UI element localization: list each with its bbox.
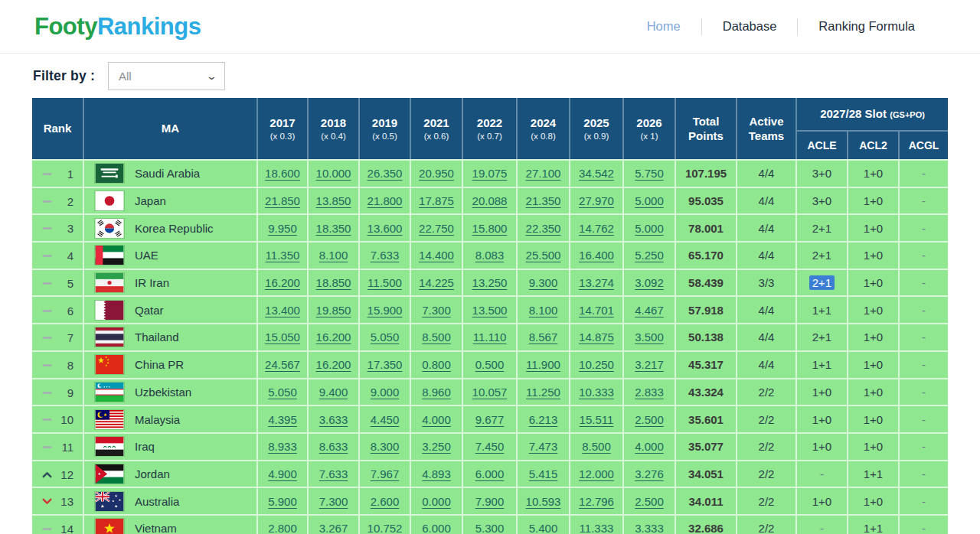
points-link[interactable]: 14.225 bbox=[419, 276, 454, 289]
points-link[interactable]: 19.850 bbox=[316, 304, 351, 317]
points-link[interactable]: 7.300 bbox=[422, 304, 451, 317]
points-link[interactable]: 7.633 bbox=[371, 249, 400, 262]
points-link[interactable]: 3.267 bbox=[319, 522, 348, 534]
points-link[interactable]: 17.350 bbox=[368, 358, 403, 371]
points-link[interactable]: 27.970 bbox=[579, 194, 614, 207]
points-link[interactable]: 5.050 bbox=[268, 386, 297, 399]
points-link[interactable]: 34.542 bbox=[579, 167, 614, 180]
points-link[interactable]: 5.300 bbox=[475, 522, 505, 534]
points-link[interactable]: 3.276 bbox=[635, 467, 664, 480]
points-link[interactable]: 3.217 bbox=[635, 358, 664, 371]
points-link[interactable]: 4.000 bbox=[422, 413, 451, 426]
points-link[interactable]: 25.500 bbox=[526, 249, 561, 262]
points-link[interactable]: 15.800 bbox=[472, 222, 508, 235]
points-link[interactable]: 10.593 bbox=[526, 495, 561, 508]
points-link[interactable]: 3.633 bbox=[319, 413, 348, 426]
points-link[interactable]: 8.500 bbox=[422, 330, 451, 344]
points-link[interactable]: 14.701 bbox=[579, 304, 614, 317]
points-link[interactable]: 18.600 bbox=[265, 167, 300, 180]
points-link[interactable]: 8.100 bbox=[319, 249, 348, 262]
points-link[interactable]: 8.500 bbox=[582, 440, 611, 453]
points-link[interactable]: 11.250 bbox=[526, 386, 560, 399]
points-link[interactable]: 16.200 bbox=[265, 276, 300, 289]
points-link[interactable]: 3.092 bbox=[635, 276, 664, 289]
points-link[interactable]: 19.075 bbox=[472, 167, 508, 180]
points-link[interactable]: 4.000 bbox=[635, 440, 664, 453]
points-link[interactable]: 8.960 bbox=[422, 386, 451, 399]
points-link[interactable]: 24.567 bbox=[265, 358, 300, 371]
filter-select[interactable]: All ⌄ bbox=[108, 62, 225, 90]
points-link[interactable]: 13.600 bbox=[368, 222, 403, 235]
points-link[interactable]: 7.300 bbox=[319, 495, 348, 508]
points-link[interactable]: 2.500 bbox=[635, 413, 664, 426]
points-link[interactable]: 6.000 bbox=[475, 467, 505, 480]
points-link[interactable]: 7.450 bbox=[475, 440, 505, 453]
nav-database[interactable]: Database bbox=[702, 19, 798, 34]
points-link[interactable]: 11.110 bbox=[473, 330, 507, 344]
points-link[interactable]: 5.050 bbox=[371, 330, 400, 344]
points-link[interactable]: 12.000 bbox=[579, 467, 614, 480]
points-link[interactable]: 4.467 bbox=[635, 304, 664, 317]
points-link[interactable]: 7.967 bbox=[371, 467, 400, 480]
points-link[interactable]: 2.833 bbox=[635, 386, 664, 399]
points-link[interactable]: 20.950 bbox=[419, 167, 454, 180]
points-link[interactable]: 8.100 bbox=[529, 304, 558, 317]
points-link[interactable]: 26.350 bbox=[368, 167, 403, 180]
points-link[interactable]: 18.850 bbox=[316, 276, 351, 289]
points-link[interactable]: 5.000 bbox=[635, 222, 664, 235]
points-link[interactable]: 16.200 bbox=[316, 330, 351, 344]
points-link[interactable]: 11.500 bbox=[368, 276, 402, 289]
points-link[interactable]: 6.213 bbox=[529, 413, 558, 426]
points-link[interactable]: 10.057 bbox=[472, 386, 508, 399]
points-link[interactable]: 20.088 bbox=[472, 194, 508, 207]
points-link[interactable]: 4.900 bbox=[268, 467, 297, 480]
nav-home[interactable]: Home bbox=[626, 19, 701, 34]
points-link[interactable]: 11.900 bbox=[526, 358, 560, 371]
points-link[interactable]: 21.800 bbox=[368, 194, 403, 207]
points-link[interactable]: 9.000 bbox=[371, 386, 400, 399]
points-link[interactable]: 14.762 bbox=[579, 222, 614, 235]
points-link[interactable]: 13.250 bbox=[472, 276, 508, 289]
points-link[interactable]: 0.800 bbox=[422, 358, 451, 371]
points-link[interactable]: 5.400 bbox=[529, 522, 558, 534]
site-logo[interactable]: FootyRankings bbox=[34, 13, 201, 41]
points-link[interactable]: 5.250 bbox=[635, 249, 664, 262]
points-link[interactable]: 0.500 bbox=[475, 358, 505, 371]
points-link[interactable]: 21.850 bbox=[265, 194, 300, 207]
points-link[interactable]: 15.050 bbox=[265, 330, 300, 344]
points-link[interactable]: 27.100 bbox=[526, 167, 561, 180]
points-link[interactable]: 5.415 bbox=[529, 467, 558, 480]
points-link[interactable]: 8.083 bbox=[475, 249, 505, 262]
points-link[interactable]: 10.250 bbox=[579, 358, 614, 371]
points-link[interactable]: 3.500 bbox=[635, 330, 664, 344]
points-link[interactable]: 21.350 bbox=[526, 194, 561, 207]
points-link[interactable]: 7.900 bbox=[475, 495, 505, 508]
points-link[interactable]: 11.333 bbox=[580, 522, 614, 534]
points-link[interactable]: 6.000 bbox=[422, 522, 451, 534]
points-link[interactable]: 5.900 bbox=[268, 495, 297, 508]
points-link[interactable]: 9.950 bbox=[268, 222, 297, 235]
points-link[interactable]: 5.000 bbox=[635, 194, 664, 207]
points-link[interactable]: 18.350 bbox=[316, 222, 351, 235]
points-link[interactable]: 12.796 bbox=[579, 495, 614, 508]
points-link[interactable]: 15.900 bbox=[368, 304, 403, 317]
points-link[interactable]: 5.750 bbox=[635, 167, 664, 180]
points-link[interactable]: 3.250 bbox=[422, 440, 451, 453]
points-link[interactable]: 9.400 bbox=[319, 386, 348, 399]
points-link[interactable]: 8.300 bbox=[371, 440, 400, 453]
points-link[interactable]: 14.400 bbox=[419, 249, 454, 262]
points-link[interactable]: 8.633 bbox=[319, 440, 348, 453]
points-link[interactable]: 10.752 bbox=[368, 522, 403, 534]
points-link[interactable]: 8.567 bbox=[529, 330, 558, 344]
points-link[interactable]: 9.677 bbox=[475, 413, 505, 426]
points-link[interactable]: 10.333 bbox=[579, 386, 614, 399]
points-link[interactable]: 13.274 bbox=[579, 276, 614, 289]
points-link[interactable]: 4.450 bbox=[371, 413, 400, 426]
points-link[interactable]: 17.875 bbox=[419, 194, 454, 207]
points-link[interactable]: 22.750 bbox=[419, 222, 454, 235]
points-link[interactable]: 7.633 bbox=[319, 467, 348, 480]
points-link[interactable]: 10.000 bbox=[316, 167, 351, 180]
points-link[interactable]: 13.850 bbox=[316, 194, 351, 207]
points-link[interactable]: 4.893 bbox=[422, 467, 451, 480]
points-link[interactable]: 13.400 bbox=[265, 304, 300, 317]
